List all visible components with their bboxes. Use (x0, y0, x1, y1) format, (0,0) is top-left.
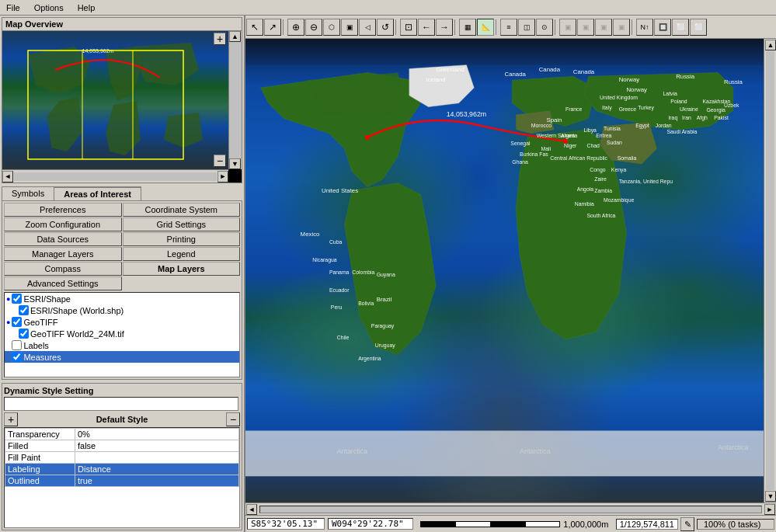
prop-labeling[interactable]: Labeling Distance (5, 464, 239, 475)
layer-checkbox-esrishape[interactable] (12, 294, 22, 304)
svg-text:Central African Republic: Central African Republic (550, 155, 607, 162)
dynamic-style-title: Dynamic Style Setting (4, 385, 240, 396)
map-overview-vscroll[interactable]: ▲ ▼ (228, 31, 242, 169)
svg-text:Greenland: Greenland (436, 66, 465, 73)
tb-north[interactable]: N↑ (636, 19, 653, 36)
tb-pan-left[interactable]: ⊡ (400, 19, 417, 36)
tb-layers[interactable]: ≡ (500, 19, 517, 36)
svg-text:Iraq: Iraq (668, 115, 677, 121)
svg-text:Algeria: Algeria (561, 133, 578, 139)
add-style-button[interactable]: + (4, 412, 18, 426)
svg-text:Sudan: Sudan (607, 140, 622, 145)
layer-checkbox-geotiff-world[interactable] (19, 329, 29, 339)
tb-bookmark[interactable]: → (436, 19, 453, 36)
btn-preferences[interactable]: Preferences (4, 203, 122, 217)
layer-item-geotiff-world[interactable]: GeoTIFF World2_24M.tif (5, 328, 239, 339)
layer-checkbox-geotiff[interactable] (12, 317, 22, 327)
map-edit-button[interactable]: ✎ (680, 517, 694, 531)
svg-text:Zaire: Zaire (594, 176, 607, 182)
menu-file[interactable]: File (3, 2, 23, 13)
layer-item-measures[interactable]: ● Measures (5, 351, 239, 363)
tab-symbols[interactable]: Symbols (2, 186, 54, 200)
zoom-in-button[interactable]: + (214, 33, 226, 45)
btn-zoom-configuration[interactable]: Zoom Configuration (4, 217, 122, 231)
remove-style-button[interactable]: − (226, 412, 240, 426)
map-overview-hscroll[interactable]: ◄ ► (2, 169, 228, 183)
layer-checkbox-world[interactable] (19, 305, 29, 315)
tb-print[interactable]: ▦ (459, 19, 476, 36)
menu-help[interactable]: Help (75, 2, 99, 13)
coord-lat: S85°32'05.13" (247, 518, 325, 530)
btn-compass[interactable]: Compass (4, 262, 122, 276)
svg-text:Colombia: Colombia (352, 269, 374, 275)
svg-text:Somalia: Somalia (618, 155, 637, 161)
svg-text:South Africa: South Africa (586, 213, 615, 218)
map-overview-thumbnail[interactable]: 14,053,962m (2, 31, 228, 169)
btn-grid-settings[interactable]: Grid Settings (123, 217, 241, 231)
menu-options[interactable]: Options (31, 2, 67, 13)
layer-checkbox-labels[interactable] (12, 340, 22, 350)
svg-text:Bolivia: Bolivia (358, 301, 374, 306)
svg-text:Chad: Chad (586, 143, 600, 148)
svg-text:Iran: Iran (682, 115, 691, 120)
tb-ruler[interactable]: 📐 (477, 19, 494, 36)
prop-outlined[interactable]: Outlined true (5, 475, 239, 487)
svg-text:Uzbek: Uzbek (724, 103, 739, 108)
svg-text:Norway: Norway (619, 76, 640, 83)
layer-checkbox-measures[interactable] (12, 352, 22, 362)
tb-zoom-prev[interactable]: ◁ (359, 19, 376, 36)
tb-sep4 (496, 19, 499, 35)
tb-zoom-in[interactable]: ⊕ (287, 19, 304, 36)
map-hscroll[interactable]: ◄ ► (245, 502, 776, 515)
svg-text:Libya: Libya (584, 127, 597, 134)
svg-text:Nicaragua: Nicaragua (312, 257, 336, 263)
zoom-out-button[interactable]: − (214, 155, 226, 167)
btn-data-sources[interactable]: Data Sources (4, 232, 122, 246)
toolbar: ↖ ↗ ⊕ ⊖ ⬡ ▣ ◁ ↺ ⊡ ← → ▦ 📐 ≡ ◫ ⊙ ▣ ▣ ▣ ▣ (245, 16, 776, 39)
svg-text:Jordan: Jordan (656, 123, 672, 128)
btn-coordinate-system[interactable]: Coordinate System (123, 203, 241, 217)
svg-text:Georgia: Georgia (706, 107, 726, 113)
svg-text:Greece: Greece (619, 106, 637, 112)
layer-label-geotiff: GeoTIFF (23, 318, 57, 327)
map-canvas[interactable]: Antarctica Antarctica Antarctica 14,053,… (245, 39, 764, 502)
tb-sep1 (283, 19, 286, 35)
layer-item-labels[interactable]: ● Labels (5, 339, 239, 351)
scale-bar (420, 521, 560, 527)
tb-zoom-out[interactable]: ⊖ (305, 19, 322, 36)
svg-text:Ecuador: Ecuador (329, 287, 350, 293)
svg-text:United States: United States (322, 187, 358, 194)
tb-draw[interactable]: ◫ (518, 19, 535, 36)
btn-legend[interactable]: Legend (123, 247, 241, 261)
tb-info[interactable]: ⊙ (536, 19, 553, 36)
svg-text:Angola: Angola (577, 186, 594, 193)
layer-item-geotiff[interactable]: ● GeoTIFF (5, 316, 239, 328)
svg-text:Brazil: Brazil (377, 296, 392, 303)
tab-areas-of-interest[interactable]: Areas of Interest (54, 186, 141, 200)
tb-zoom-full[interactable]: ⬡ (323, 19, 340, 36)
style-name-input[interactable] (4, 397, 238, 411)
layer-item-esrishape-world[interactable]: ESRI/Shape (World.shp) (5, 304, 239, 316)
svg-text:Guyana: Guyana (377, 272, 395, 278)
svg-text:Russia: Russia (724, 78, 743, 85)
layer-item-esrishape[interactable]: ● ESRI/Shape (5, 293, 239, 304)
map-vscroll[interactable]: ▲ ▼ (764, 39, 776, 502)
svg-text:Congo: Congo (590, 167, 605, 173)
tb-search[interactable]: 🔲 (654, 19, 671, 36)
tb-extra2: ⬜ (690, 19, 707, 36)
svg-text:14,053,962m: 14,053,962m (447, 110, 486, 118)
svg-text:Uruguay: Uruguay (375, 342, 395, 349)
tb-arrow[interactable]: ↗ (264, 19, 281, 36)
btn-printing[interactable]: Printing (123, 232, 241, 246)
layer-list[interactable]: ● ESRI/Shape ESRI/Shape (World.shp) ● Ge… (4, 292, 240, 377)
tb-refresh[interactable]: ↺ (377, 19, 394, 36)
btn-manager-layers[interactable]: Manager Layers (4, 247, 122, 261)
btn-map-layers[interactable]: Map Layers (123, 262, 241, 276)
svg-text:Ghana: Ghana (512, 159, 528, 165)
svg-text:Cuba: Cuba (329, 239, 343, 245)
tb-pan-right[interactable]: ← (418, 19, 435, 36)
layer-label-measures: Measures (23, 353, 61, 362)
tb-zoom-selection[interactable]: ▣ (341, 19, 358, 36)
btn-advanced-settings[interactable]: Advanced Settings (4, 276, 122, 290)
tb-cursor[interactable]: ↖ (246, 19, 263, 36)
